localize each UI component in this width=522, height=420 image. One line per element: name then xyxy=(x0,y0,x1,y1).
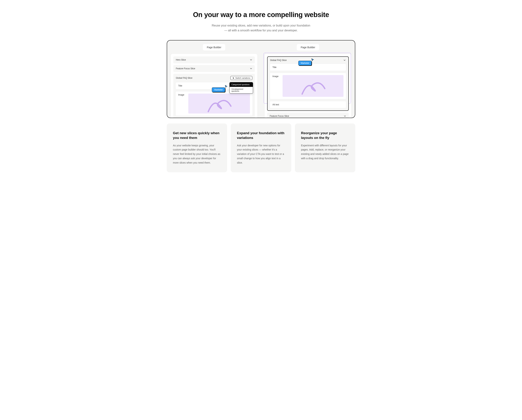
field-label: Image xyxy=(178,93,186,96)
chevron-down-icon xyxy=(250,59,252,61)
card-title: Expand your foundation with variations xyxy=(237,131,285,140)
slice-label: Feature Focus Slice xyxy=(176,67,195,70)
switch-variations-button[interactable]: Switch variations xyxy=(230,76,252,80)
switch-variations-label: Switch variations xyxy=(235,77,250,79)
dropdown-option-uncategorized[interactable]: Uncategorized questions xyxy=(230,87,253,93)
cursor-icon xyxy=(225,85,228,88)
card-body: Ask your developer for new options for y… xyxy=(237,143,285,165)
slice-feature-focus[interactable]: Feature Focus Slice xyxy=(267,113,349,118)
field-alt-text[interactable]: Alt text xyxy=(176,118,253,118)
slice-label: Global FAQ Slice xyxy=(176,77,192,79)
marketer-cursor: Marketer xyxy=(298,61,312,65)
card-title: Get new slices quickly when you need the… xyxy=(173,131,221,140)
chevron-down-icon xyxy=(250,67,252,70)
builder-canvas-left: Hero Slice Feature Focus Slice Global FA… xyxy=(171,54,257,118)
slice-global-faq-selected[interactable]: Global FAQ Slice Title Image xyxy=(267,56,349,111)
slice-label: Global FAQ Slice xyxy=(270,59,287,62)
slice-label: Feature Focus Slice xyxy=(270,115,289,117)
card-reorganize: Reorganize your page layouts on the fly … xyxy=(295,124,355,172)
chevron-down-icon xyxy=(344,115,346,117)
feature-cards: Get new slices quickly when you need the… xyxy=(167,124,355,172)
left-panel: Page Builder Hero Slice Feature Focus Sl… xyxy=(171,44,257,118)
marketer-label: Marketer xyxy=(298,61,312,65)
card-new-slices: Get new slices quickly when you need the… xyxy=(167,124,227,172)
variations-dropdown: Categorized questions Uncategorized ques… xyxy=(230,82,253,93)
field-image[interactable]: Image Marketer xyxy=(176,91,253,116)
swirl-icon xyxy=(300,79,326,95)
marketer-cursor: Marketer xyxy=(212,87,225,92)
field-image[interactable]: Image xyxy=(270,73,346,99)
tab-page-builder[interactable]: Page Builder xyxy=(203,44,225,51)
slice-label: Hero Slice xyxy=(176,59,186,61)
right-panel: Page Builder Global FAQ Slice Title Ima xyxy=(265,44,351,118)
chevron-down-icon xyxy=(343,59,346,62)
image-placeholder xyxy=(188,93,250,114)
marketer-label: Marketer xyxy=(212,87,225,92)
swirl-icon xyxy=(207,96,232,113)
slice-hero[interactable]: Hero Slice xyxy=(173,56,255,63)
page-title: On your way to a more compelling website xyxy=(167,11,355,19)
dropdown-option-categorized[interactable]: Categorized questions xyxy=(230,82,253,87)
builder-canvas-right: Global FAQ Slice Title Image xyxy=(265,54,351,118)
page-subtitle: Reuse your existing slices, add new vari… xyxy=(210,23,312,33)
card-variations: Expand your foundation with variations A… xyxy=(231,124,291,172)
image-placeholder xyxy=(283,75,344,97)
field-label: Title xyxy=(272,66,276,69)
field-label: Title xyxy=(178,85,182,87)
card-body: Experiment with different layouts for yo… xyxy=(301,143,349,161)
field-alt-text[interactable]: Alt text xyxy=(270,101,346,108)
tab-page-builder[interactable]: Page Builder xyxy=(297,44,319,51)
swap-icon xyxy=(232,77,234,79)
slice-header[interactable]: Global FAQ Slice Switch variations Categ… xyxy=(173,74,255,82)
card-body: As your website keeps growing, your cust… xyxy=(173,143,221,165)
field-label: Alt text xyxy=(272,103,279,106)
card-title: Reorganize your page layouts on the fly xyxy=(301,131,349,140)
showcase-frame: Page Builder Hero Slice Feature Focus Sl… xyxy=(167,40,355,118)
cursor-icon xyxy=(311,58,314,62)
field-label: Image xyxy=(272,75,280,78)
slice-global-faq: Global FAQ Slice Switch variations Categ… xyxy=(173,74,255,118)
slice-feature-focus[interactable]: Feature Focus Slice xyxy=(173,65,255,72)
